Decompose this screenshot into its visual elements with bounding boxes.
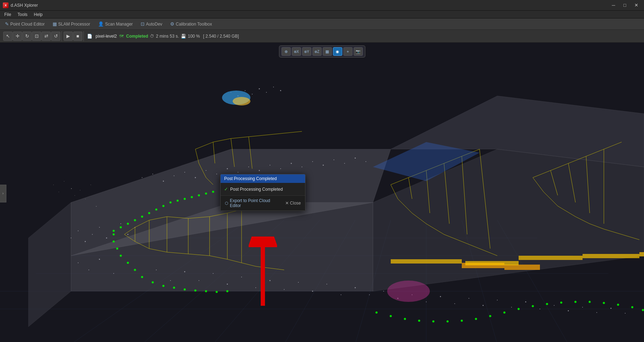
svg-point-55 xyxy=(454,303,455,304)
toolbar-group-file: 📄 pixel-level2 🗺 Completed ⏱ 2 mins 53 s… xyxy=(85,31,242,41)
select-tool[interactable]: ⊡ xyxy=(32,32,41,41)
svg-point-178 xyxy=(387,281,430,302)
y-axis-btn[interactable]: ⊗Y xyxy=(302,47,311,56)
slam-processor-btn[interactable]: ▦ SLAM Processor xyxy=(50,21,92,27)
menu-help[interactable]: Help xyxy=(31,11,45,18)
svg-point-172 xyxy=(589,301,591,303)
status-badge: Completed xyxy=(125,34,150,39)
z-axis-btn[interactable]: ⊗Z xyxy=(312,47,321,56)
svg-point-164 xyxy=(475,318,477,320)
close-popup-button[interactable]: ✕ Close xyxy=(284,200,302,206)
axes-btn[interactable]: ⌖ xyxy=(343,47,352,56)
svg-point-76 xyxy=(128,234,129,235)
svg-point-50 xyxy=(383,291,384,292)
svg-point-42 xyxy=(270,280,271,281)
cursor-tool[interactable]: ↖ xyxy=(3,32,12,41)
svg-point-81 xyxy=(174,175,174,176)
svg-point-166 xyxy=(503,311,505,314)
camera-btn[interactable]: ◉ xyxy=(333,47,342,56)
svg-point-57 xyxy=(483,305,484,306)
toolbar-group-2: ▶ ■ xyxy=(63,31,84,41)
x-axis-btn[interactable]: ⊗X xyxy=(292,47,301,56)
filename-label: pixel-level2 xyxy=(94,34,118,39)
title-bar-left: X d.ASH Xplorer xyxy=(3,2,38,8)
export-button[interactable]: ⬡ Export to Point Cloud Editor xyxy=(223,197,281,209)
svg-point-136 xyxy=(177,200,179,202)
grid-btn[interactable]: ▦ xyxy=(323,47,332,56)
svg-point-105 xyxy=(266,92,267,93)
svg-point-143 xyxy=(113,240,115,243)
checkmark-icon: ✓ xyxy=(224,186,228,192)
svg-point-92 xyxy=(291,163,292,164)
undo-tool[interactable]: ↺ xyxy=(51,32,60,41)
minimize-button[interactable]: ─ xyxy=(608,2,618,9)
svg-point-99 xyxy=(366,161,366,162)
viewport[interactable]: › ⊕ ⊗X ⊗Y ⊗Z ▦ ◉ ⌖ 📷 Post Processing Com… xyxy=(0,43,644,342)
stop-button[interactable]: ■ xyxy=(73,32,82,41)
popup-actions: ⬡ Export to Point Cloud Editor ✕ Close xyxy=(221,195,305,211)
svg-rect-183 xyxy=(391,259,462,264)
svg-point-54 xyxy=(440,296,441,297)
svg-point-39 xyxy=(227,284,228,285)
svg-point-97 xyxy=(344,163,345,164)
svg-point-161 xyxy=(432,320,434,322)
menu-tools[interactable]: Tools xyxy=(15,11,30,18)
svg-point-29 xyxy=(88,270,89,270)
globe-btn[interactable]: ⊕ xyxy=(281,47,291,56)
svg-point-58 xyxy=(497,300,498,300)
svg-point-149 xyxy=(152,281,154,283)
transform-tool[interactable]: ⇄ xyxy=(42,32,51,41)
app-title: d.ASH Xplorer xyxy=(11,3,38,8)
svg-rect-19 xyxy=(80,190,80,190)
clock-icon: ⏱ xyxy=(150,34,154,39)
svg-point-131 xyxy=(141,216,143,218)
close-label: Close xyxy=(290,201,301,206)
svg-point-83 xyxy=(195,177,196,178)
svg-point-96 xyxy=(334,159,334,160)
svg-point-140 xyxy=(205,192,207,195)
svg-point-61 xyxy=(540,309,540,309)
svg-point-66 xyxy=(611,308,612,309)
svg-rect-17 xyxy=(71,188,72,189)
svg-point-165 xyxy=(489,315,491,317)
memory-label: [ 2.540 / 2.540 GB] xyxy=(202,34,240,39)
svg-point-153 xyxy=(194,289,196,292)
slam-icon: ▦ xyxy=(53,21,57,27)
autodev-label: AutoDev xyxy=(146,22,162,27)
rotate-tool[interactable]: ↻ xyxy=(22,32,32,41)
svg-point-138 xyxy=(191,196,193,198)
autodev-btn[interactable]: ⊡ AutoDev xyxy=(139,21,164,27)
svg-point-159 xyxy=(404,318,406,320)
svg-point-95 xyxy=(323,165,324,166)
maximize-button[interactable]: □ xyxy=(620,2,630,9)
move-tool[interactable]: ✛ xyxy=(13,32,22,41)
svg-rect-187 xyxy=(639,252,644,256)
svg-rect-16 xyxy=(64,181,64,181)
scan-manager-btn[interactable]: 👤 Scan Manager xyxy=(96,21,135,27)
play-button[interactable]: ▶ xyxy=(64,32,73,41)
point-cloud-editor-btn[interactable]: ✎ Point Cloud Editor xyxy=(3,21,47,27)
menu-file[interactable]: File xyxy=(1,11,14,18)
svg-point-144 xyxy=(116,248,118,250)
svg-point-47 xyxy=(341,294,341,295)
map-icon: 🗺 xyxy=(119,34,124,39)
svg-point-45 xyxy=(312,291,313,292)
svg-rect-185 xyxy=(519,256,583,260)
svg-point-60 xyxy=(525,302,526,303)
svg-point-163 xyxy=(461,320,463,322)
scene-svg xyxy=(0,43,644,342)
scan-manager-label: Scan Manager xyxy=(105,22,133,27)
svg-point-150 xyxy=(162,285,164,287)
svg-rect-184 xyxy=(465,261,519,265)
sidebar-toggle[interactable]: › xyxy=(0,185,6,202)
svg-point-84 xyxy=(206,170,206,171)
screenshot-btn[interactable]: 📷 xyxy=(353,47,363,56)
close-button[interactable]: ✕ xyxy=(631,2,641,9)
svg-point-46 xyxy=(326,284,327,284)
svg-point-152 xyxy=(184,288,186,291)
svg-point-69 xyxy=(78,230,79,231)
calibration-toolbox-btn[interactable]: ⚙ Calibration Toolbox xyxy=(168,21,214,27)
svg-point-130 xyxy=(134,219,136,221)
svg-point-43 xyxy=(284,289,285,290)
svg-point-137 xyxy=(184,198,186,200)
